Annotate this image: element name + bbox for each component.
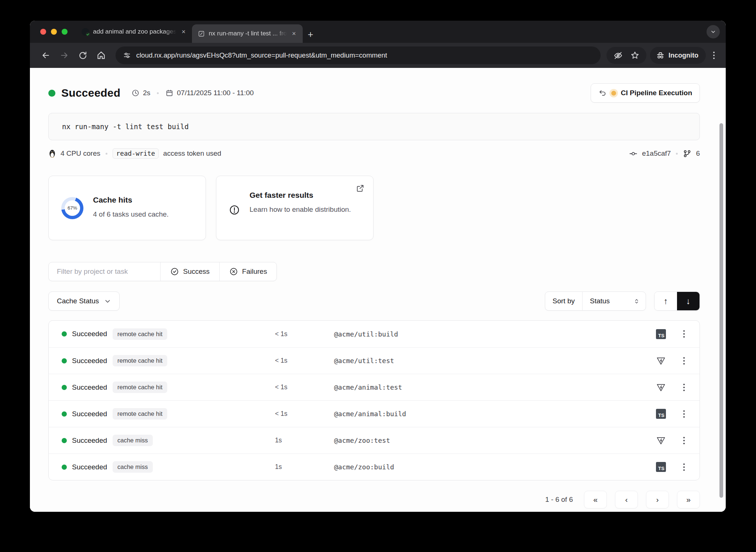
new-tab-button[interactable]: + [303, 30, 319, 43]
task-duration: 1s [275, 463, 334, 471]
cache-status-chip: remote cache hit [113, 328, 167, 340]
first-page-button[interactable]: « [584, 491, 607, 508]
cache-percent: 67% [68, 205, 77, 211]
linux-icon [48, 149, 56, 158]
sort-ascending-button[interactable]: ↑ [654, 292, 677, 310]
task-name: @acme/zoo:build [334, 463, 648, 471]
commit-sha[interactable]: e1a5caf7 [642, 149, 671, 158]
task-name: @acme/util:build [334, 330, 648, 338]
close-tab-icon[interactable]: × [291, 29, 298, 38]
access-token-text: access token used [163, 149, 221, 158]
typescript-icon: TS [656, 462, 666, 472]
run-command: nx run-many -t lint test build [48, 113, 700, 140]
tab-title: add animal and zoo packages [93, 28, 176, 35]
cache-status-dropdown[interactable]: Cache Status [48, 291, 120, 311]
task-name: @acme/animal:build [334, 410, 648, 418]
task-table: Succeeded remote cache hit < 1s @acme/ut… [48, 320, 700, 480]
task-status-dot [62, 411, 67, 417]
maximize-window-button[interactable] [62, 29, 68, 35]
github-pr-check-icon [82, 28, 89, 36]
commit-icon [629, 149, 638, 158]
table-row[interactable]: Succeeded remote cache hit < 1s @acme/ut… [49, 321, 700, 347]
incognito-icon [656, 51, 665, 60]
vitest-icon [656, 436, 666, 445]
task-status-dot [62, 331, 67, 337]
filter-bar: Success Failures [48, 262, 277, 281]
bookmark-star-icon[interactable] [627, 47, 643, 64]
tab-nx-run[interactable]: nx run-many -t lint test ... fro × [192, 24, 302, 43]
home-button[interactable] [93, 47, 110, 64]
task-status-label: Succeeded [72, 463, 113, 471]
external-link-icon[interactable] [356, 184, 364, 193]
tab-pull-request[interactable]: add animal and zoo packages × [76, 23, 192, 41]
run-status-dot [48, 90, 55, 97]
task-name: @acme/animal:test [334, 383, 648, 391]
filter-success-button[interactable]: Success [160, 262, 219, 281]
calendar-icon [165, 89, 173, 97]
table-row[interactable]: Succeeded remote cache hit < 1s @acme/an… [49, 374, 700, 400]
filter-failures-button[interactable]: Failures [219, 262, 277, 281]
next-page-button[interactable]: › [646, 491, 669, 508]
cache-status-chip: remote cache hit [113, 355, 167, 366]
ci-pipeline-execution-button[interactable]: CI Pipeline Execution [591, 83, 700, 103]
task-status-label: Succeeded [72, 437, 113, 445]
alert-circle-icon [229, 203, 250, 215]
filter-input[interactable] [49, 262, 160, 281]
task-status-dot [62, 358, 67, 363]
close-window-button[interactable] [40, 29, 46, 35]
cache-card-title: Cache hits [93, 196, 169, 204]
browser-menu-icon[interactable] [709, 52, 718, 59]
browser-toolbar: cloud.nx.app/runs/agsvEHsQc8?utm_source=… [30, 43, 726, 68]
row-menu-icon[interactable] [674, 384, 694, 391]
undo-icon [598, 89, 606, 97]
sort-field-select[interactable]: Status [582, 292, 646, 310]
cache-status-chip: remote cache hit [113, 382, 167, 393]
last-page-button[interactable]: » [677, 491, 700, 508]
scrollbar-thumb[interactable] [719, 123, 723, 498]
row-menu-icon[interactable] [674, 330, 694, 338]
sort-direction-group: ↑ ↓ [654, 291, 700, 311]
sort-by-label: Sort by [545, 292, 582, 310]
incognito-badge[interactable]: Incognito [650, 47, 706, 64]
row-menu-icon[interactable] [674, 357, 694, 365]
chevron-down-icon [104, 298, 111, 305]
cache-status-chip: remote cache hit [113, 408, 167, 420]
faster-card-title: Get faster results [250, 191, 361, 200]
tab-search-button[interactable] [707, 25, 720, 38]
faster-results-card[interactable]: Get faster results Learn how to enable d… [216, 176, 374, 240]
row-menu-icon[interactable] [674, 463, 694, 471]
back-button[interactable] [37, 47, 54, 64]
row-menu-icon[interactable] [674, 437, 694, 444]
task-status-dot [62, 465, 67, 470]
table-row[interactable]: Succeeded remote cache hit < 1s @acme/an… [49, 400, 700, 427]
address-bar[interactable]: cloud.nx.app/runs/agsvEHsQc8?utm_source=… [116, 46, 601, 64]
row-menu-icon[interactable] [674, 410, 694, 418]
prev-page-button[interactable]: ‹ [615, 491, 638, 508]
run-date-range: 07/11/2025 11:00 - 11:00 [165, 89, 254, 97]
x-circle-icon [229, 267, 238, 276]
reload-button[interactable] [74, 47, 91, 64]
table-row[interactable]: Succeeded remote cache hit < 1s @acme/ut… [49, 347, 700, 374]
table-row[interactable]: Succeeded cache miss 1s @acme/zoo:build … [49, 453, 700, 480]
sort-descending-button[interactable]: ↓ [677, 292, 700, 310]
clock-icon [131, 89, 140, 97]
site-settings-icon[interactable] [123, 51, 131, 59]
minimize-window-button[interactable] [51, 29, 57, 35]
table-row[interactable]: Succeeded cache miss 1s @acme/zoo:test T… [49, 427, 700, 453]
close-tab-icon[interactable]: × [180, 27, 187, 37]
task-duration: < 1s [275, 383, 334, 391]
branch-count[interactable]: 6 [696, 149, 700, 158]
task-status-label: Succeeded [72, 330, 113, 338]
task-name: @acme/zoo:test [334, 437, 648, 444]
pipeline-status-dot [611, 91, 616, 96]
tab-strip: add animal and zoo packages × nx run-man… [30, 21, 726, 43]
cache-donut: 67% [61, 197, 83, 219]
task-name: @acme/util:test [334, 357, 648, 365]
cache-hits-card: 67% Cache hits 4 of 6 tasks used cache. [48, 176, 206, 240]
cache-card-subtitle: 4 of 6 tasks used cache. [93, 208, 169, 220]
run-duration: 2s [131, 89, 150, 97]
forward-button[interactable] [56, 47, 73, 64]
task-duration: 1s [275, 437, 334, 444]
incognito-label: Incognito [669, 52, 698, 59]
eye-off-icon[interactable] [610, 47, 626, 64]
